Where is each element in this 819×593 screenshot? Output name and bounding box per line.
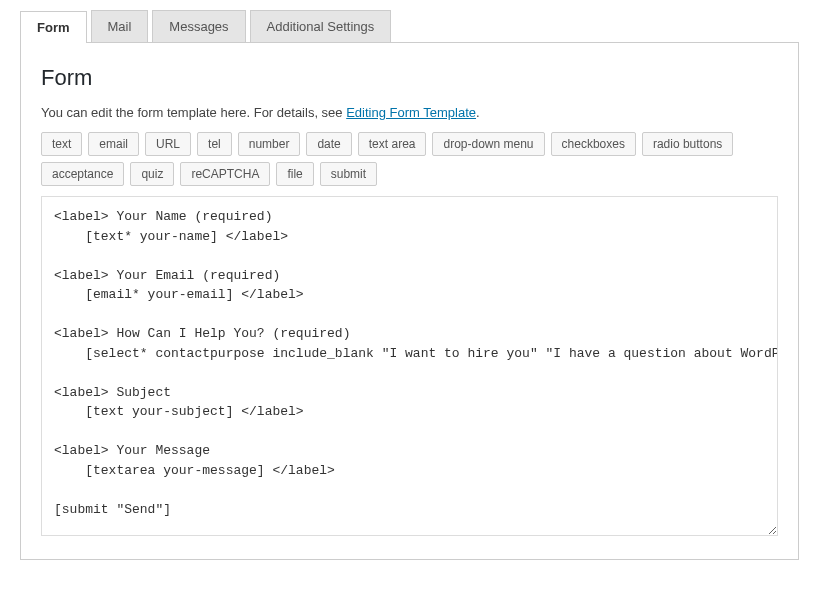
editing-template-link[interactable]: Editing Form Template [346,105,476,120]
tag-text-button[interactable]: text [41,132,82,156]
form-template-textarea[interactable] [41,196,778,536]
tag-number-button[interactable]: number [238,132,301,156]
tab-messages[interactable]: Messages [152,10,245,42]
tab-form[interactable]: Form [20,11,87,43]
tag-tel-button[interactable]: tel [197,132,232,156]
panel-description: You can edit the form template here. For… [41,105,778,120]
panel-desc-prefix: You can edit the form template here. For… [41,105,346,120]
tag-email-button[interactable]: email [88,132,139,156]
tag-button-row: text email URL tel number date text area… [41,132,778,186]
tag-url-button[interactable]: URL [145,132,191,156]
tag-dropdown-button[interactable]: drop-down menu [432,132,544,156]
tabs-row: Form Mail Messages Additional Settings [20,10,799,43]
tag-acceptance-button[interactable]: acceptance [41,162,124,186]
panel-desc-suffix: . [476,105,480,120]
tag-checkboxes-button[interactable]: checkboxes [551,132,636,156]
form-panel: Form You can edit the form template here… [20,43,799,560]
panel-title: Form [41,65,778,91]
tag-file-button[interactable]: file [276,162,313,186]
tag-submit-button[interactable]: submit [320,162,377,186]
tab-additional-settings[interactable]: Additional Settings [250,10,392,42]
tab-mail[interactable]: Mail [91,10,149,42]
tag-radio-button[interactable]: radio buttons [642,132,733,156]
tag-quiz-button[interactable]: quiz [130,162,174,186]
tag-recaptcha-button[interactable]: reCAPTCHA [180,162,270,186]
tag-textarea-button[interactable]: text area [358,132,427,156]
tag-date-button[interactable]: date [306,132,351,156]
